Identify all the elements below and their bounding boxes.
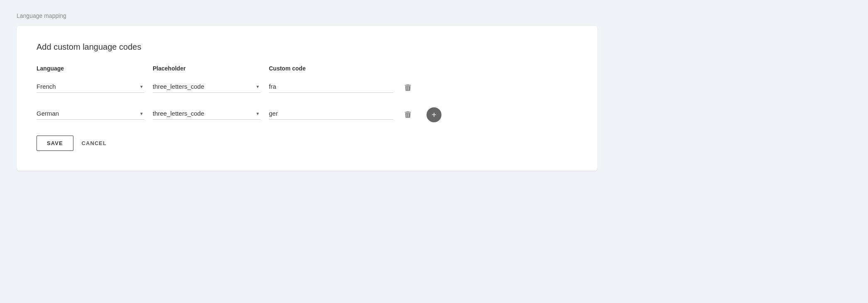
delete-button-2[interactable] (402, 109, 414, 121)
placeholder-select-wrapper-2: three_letters_code two_letters_code cust… (153, 110, 261, 120)
table-row: French German Spanish Italian Portuguese… (37, 82, 578, 94)
section-title: Language mapping (17, 12, 597, 19)
header-custom-code: Custom code (269, 65, 402, 72)
table-header: Language Placeholder Custom code (37, 65, 578, 75)
placeholder-select-1[interactable]: three_letters_code two_letters_code cust… (153, 83, 261, 90)
add-cell-2: + (427, 107, 451, 122)
card: Add custom language codes Language Place… (17, 26, 597, 171)
save-button[interactable]: SAVE (37, 136, 73, 151)
language-select-2[interactable]: French German Spanish Italian Portuguese (37, 110, 144, 117)
language-select-wrapper-2: French German Spanish Italian Portuguese… (37, 110, 144, 120)
table-row: French German Spanish Italian Portuguese… (37, 107, 578, 122)
delete-cell-2 (402, 109, 427, 121)
custom-code-cell-2 (269, 110, 402, 120)
page-wrapper: Language mapping Add custom language cod… (17, 12, 597, 171)
plus-icon: + (432, 110, 436, 120)
custom-code-input-1[interactable] (269, 83, 393, 93)
actions-row: SAVE CANCEL (37, 136, 578, 151)
header-placeholder: Placeholder (153, 65, 269, 72)
custom-code-cell-1 (269, 83, 402, 93)
placeholder-select-wrapper-1: three_letters_code two_letters_code cust… (153, 83, 261, 93)
cancel-button[interactable]: CANCEL (82, 140, 107, 146)
card-title: Add custom language codes (37, 42, 578, 52)
language-select-wrapper-1: French German Spanish Italian Portuguese… (37, 83, 144, 93)
custom-code-input-2[interactable] (269, 110, 393, 120)
placeholder-select-2[interactable]: three_letters_code two_letters_code cust… (153, 110, 261, 117)
language-select-1[interactable]: French German Spanish Italian Portuguese (37, 83, 144, 90)
delete-button-1[interactable] (402, 82, 414, 94)
header-language: Language (37, 65, 153, 72)
delete-cell-1 (402, 82, 427, 94)
add-row-button[interactable]: + (427, 107, 441, 122)
